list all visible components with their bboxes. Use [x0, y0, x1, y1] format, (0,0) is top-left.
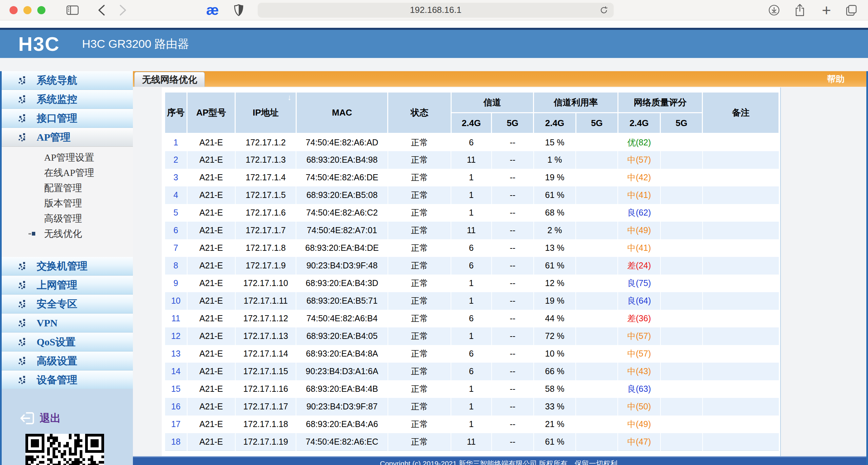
privacy-shield-icon[interactable] [234, 4, 243, 16]
cell-no[interactable]: 11 [165, 310, 187, 327]
cell-no[interactable]: 8 [165, 257, 187, 275]
cell-remark [703, 257, 779, 275]
row-number-link[interactable]: 2 [174, 155, 178, 164]
row-number-link[interactable]: 12 [171, 331, 181, 341]
cell-util_24g: 15 % [534, 134, 576, 151]
sidebar-item-接口管理[interactable]: 接口管理 [2, 109, 133, 128]
sidebar-toggle-icon[interactable] [66, 5, 79, 15]
cell-no[interactable]: 3 [165, 169, 187, 186]
cell-no[interactable]: 16 [165, 398, 187, 416]
logout-button[interactable]: 退出 [19, 411, 61, 425]
cell-remark [703, 327, 779, 345]
cell-remark [703, 151, 779, 169]
cell-no[interactable]: 14 [165, 363, 187, 380]
tab-overview-icon[interactable] [846, 4, 857, 16]
row-number-link[interactable]: 11 [172, 314, 180, 323]
cell-ch_24g: 1 [451, 292, 491, 310]
cell-util_5g [576, 327, 618, 345]
zoom-window-icon[interactable] [37, 6, 45, 14]
submenu-item-在线AP管理[interactable]: 在线AP管理 [2, 165, 133, 180]
sidebar-item-安全专区[interactable]: 安全专区 [2, 295, 133, 314]
row-number-link[interactable]: 4 [174, 190, 178, 200]
sidebar-item-上网管理[interactable]: 上网管理 [2, 276, 133, 295]
cell-no[interactable]: 5 [165, 204, 187, 222]
row-number-link[interactable]: 7 [174, 243, 178, 252]
cell-ip: 172.17.1.5 [235, 186, 296, 204]
sidebar-item-交换机管理[interactable]: 交换机管理 [2, 257, 133, 276]
sidebar-item-系统监控[interactable]: 系统监控 [2, 90, 133, 109]
table-row: 10A21-E172.17.1.1168:93:20:EA:B5:71正常1--… [165, 292, 779, 310]
cell-ch_24g: 6 [451, 363, 491, 380]
downloads-icon[interactable] [768, 4, 780, 16]
submenu-item-高级管理[interactable]: 高级管理 [2, 211, 133, 226]
sidebar-item-高级设置[interactable]: 高级设置 [2, 352, 133, 370]
sidebar-item-VPN[interactable]: VPN [2, 314, 133, 332]
back-icon[interactable] [98, 4, 105, 16]
cell-remark [703, 275, 779, 292]
row-number-link[interactable]: 14 [171, 366, 181, 376]
row-number-link[interactable]: 1 [174, 138, 178, 147]
cell-mac: 90:23:B4:D3:A1:6A [296, 363, 388, 380]
cell-util_24g: 68 % [534, 204, 576, 222]
cell-score_5g [660, 169, 703, 186]
cell-no[interactable]: 12 [165, 327, 187, 345]
row-number-link[interactable]: 18 [171, 437, 181, 446]
reload-icon[interactable] [599, 6, 608, 15]
sidebar-item-AP管理[interactable]: AP管理 [2, 128, 133, 147]
sidebar-item-label: 安全专区 [37, 297, 77, 311]
cell-util_5g [576, 380, 618, 398]
close-window-icon[interactable] [9, 6, 18, 14]
sidebar-submenu: AP管理设置 在线AP管理 配置管理 版本管理 高级管理 无线优化 [2, 147, 133, 241]
row-number-link[interactable]: 15 [171, 384, 181, 393]
minimize-window-icon[interactable] [23, 6, 32, 14]
cell-no[interactable]: 18 [165, 433, 187, 451]
page-top-strip [0, 20, 868, 28]
row-number-link[interactable]: 8 [174, 261, 178, 270]
row-number-link[interactable]: 17 [171, 419, 181, 429]
row-number-link[interactable]: 6 [174, 225, 178, 235]
cell-no[interactable]: 9 [165, 275, 187, 292]
row-number-link[interactable]: 16 [171, 402, 181, 411]
submenu-item-AP管理设置[interactable]: AP管理设置 [2, 150, 133, 165]
menu-dots-icon [18, 95, 27, 104]
row-number-link[interactable]: 3 [174, 173, 178, 182]
table-row: 9A21-E172.17.1.1068:93:20:EA:B4:3D正常1--1… [165, 275, 779, 292]
submenu-item-label: AP管理设置 [44, 151, 94, 164]
cell-ip: 172.17.1.14 [235, 345, 296, 363]
share-icon[interactable] [795, 4, 805, 17]
cell-no[interactable]: 7 [165, 239, 187, 257]
sidebar-item-系统导航[interactable]: 系统导航 [2, 71, 133, 90]
cell-no[interactable]: 6 [165, 222, 187, 239]
cell-no[interactable]: 2 [165, 151, 187, 169]
submenu-item-无线优化[interactable]: 无线优化 [2, 226, 133, 241]
cell-no[interactable]: 1 [165, 134, 187, 151]
tab-wireless-optimization[interactable]: 无线网络优化 [134, 72, 205, 87]
col-ip[interactable]: IP地址 ↓ [235, 92, 296, 134]
cell-ip: 172.17.1.19 [235, 433, 296, 451]
submenu-item-配置管理[interactable]: 配置管理 [2, 180, 133, 196]
col-mac: MAC [296, 92, 388, 134]
reader-ae-icon[interactable]: æ [206, 3, 219, 17]
sidebar-item-label: AP管理 [37, 130, 71, 144]
sidebar-item-QoS设置[interactable]: QoS设置 [2, 333, 133, 351]
cell-no[interactable]: 15 [165, 380, 187, 398]
cell-no[interactable]: 10 [165, 292, 187, 310]
sidebar-item-设备管理[interactable]: 设备管理 [2, 371, 133, 389]
row-number-link[interactable]: 9 [174, 278, 178, 288]
help-link[interactable]: 帮助 [827, 73, 845, 85]
submenu-item-版本管理[interactable]: 版本管理 [2, 196, 133, 211]
row-number-link[interactable]: 13 [171, 349, 181, 358]
row-number-link[interactable]: 5 [174, 208, 178, 217]
cell-ch_24g: 6 [451, 239, 491, 257]
row-number-link[interactable]: 10 [171, 296, 181, 305]
cell-no[interactable]: 13 [165, 345, 187, 363]
sort-descending-icon[interactable]: ↓ [288, 93, 292, 102]
address-bar[interactable]: 192.168.16.1 [258, 3, 614, 18]
cell-no[interactable]: 4 [165, 186, 187, 204]
cell-no[interactable]: 17 [165, 416, 187, 433]
new-tab-icon[interactable]: + [822, 2, 831, 18]
cell-ch_24g: 11 [451, 433, 491, 451]
cell-remark [703, 345, 779, 363]
cell-ip: 172.17.1.11 [235, 292, 296, 310]
forward-icon[interactable] [119, 4, 127, 16]
